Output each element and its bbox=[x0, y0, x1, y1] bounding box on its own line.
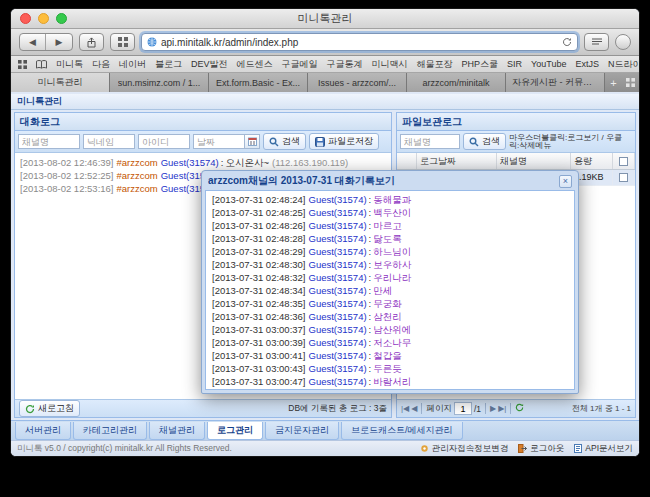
date-search-input[interactable] bbox=[193, 134, 245, 149]
footer-links: 관리자접속정보변경 로그아웃 API문서보기 bbox=[420, 443, 633, 455]
refresh-icon bbox=[515, 403, 524, 412]
admin-tab[interactable]: 브로드캐스트/메세지관리 bbox=[341, 422, 463, 440]
row-checkbox[interactable] bbox=[619, 173, 628, 182]
copyright-text: 미니톡 v5.0 / copyright(c) minitalk.kr All … bbox=[17, 443, 232, 455]
chat-history-line: [2013-07-31 02:48:29]Guest(31574):하느님이 bbox=[212, 245, 568, 258]
next-page-button[interactable]: ▶ bbox=[490, 404, 496, 413]
back-button[interactable]: ◀ bbox=[20, 34, 46, 50]
reader-button[interactable] bbox=[584, 33, 609, 51]
search-button[interactable]: 검색 bbox=[263, 133, 306, 150]
bookmark-item[interactable]: PHP스쿨 bbox=[462, 58, 499, 71]
chat-history-line: [2013-07-31 02:48:26]Guest(31574):마르고 bbox=[212, 219, 568, 232]
row-number-column-header[interactable] bbox=[397, 153, 417, 169]
magnifier-icon bbox=[269, 137, 279, 147]
admin-tab[interactable]: 금지문자관리 bbox=[265, 422, 339, 440]
log-total-text: DB에 기록된 총 로그 : 3줄 bbox=[288, 403, 387, 415]
chat-log-search-toolbar: 검색 파일로저장 bbox=[15, 131, 391, 153]
bookmark-item[interactable]: 구글메일 bbox=[282, 58, 318, 71]
bookmark-item[interactable]: 미니톡 bbox=[56, 58, 83, 71]
file-channel-search-input[interactable] bbox=[400, 134, 460, 149]
bookmarks-grid-icon[interactable] bbox=[18, 60, 27, 69]
bookmark-item[interactable]: ExtJS bbox=[575, 59, 599, 69]
calendar-icon bbox=[248, 137, 257, 146]
bookmark-item[interactable]: SIR bbox=[507, 59, 522, 69]
chat-history-line: [2013-07-31 02:48:25]Guest(31574):백두산이 bbox=[212, 206, 568, 219]
channel-search-input[interactable] bbox=[18, 134, 80, 149]
page-number-input[interactable] bbox=[454, 402, 472, 415]
chat-history-line: [2013-07-31 03:00:43]Guest(31574):두른듯 bbox=[212, 362, 568, 375]
nav-button-group: ◀ ▶ bbox=[19, 33, 73, 51]
new-tab-button[interactable]: + bbox=[605, 73, 622, 92]
select-all-checkbox[interactable] bbox=[619, 157, 628, 166]
bookmark-item[interactable]: 네이버 bbox=[119, 58, 146, 71]
refresh-button[interactable]: 새로고침 bbox=[19, 400, 80, 417]
browser-tab[interactable]: sun.msimz.com / 1... bbox=[110, 73, 209, 92]
save-to-file-button[interactable]: 파일로저장 bbox=[309, 133, 379, 150]
bookmark-item[interactable]: YouTube bbox=[531, 59, 566, 69]
paging-toolbar: |◀ ◀ 페이지 /1 ▶ ▶| 전체 1개 중 1 - 1 bbox=[397, 399, 635, 417]
chat-history-line: [2013-07-31 03:00:47]Guest(31574):바람서리 bbox=[212, 375, 568, 388]
chat-history-line: [2013-07-31 03:00:41]Guest(31574):철갑을 bbox=[212, 349, 568, 362]
bookmark-item[interactable]: 구글통계 bbox=[327, 58, 363, 71]
file-log-panel-title: 파일보관로그 bbox=[397, 113, 635, 131]
admin-tab[interactable]: 서버관리 bbox=[15, 422, 71, 440]
admin-tab[interactable]: 채널관리 bbox=[149, 422, 205, 440]
reload-icon[interactable] bbox=[562, 37, 572, 47]
api-docs-link[interactable]: API문서보기 bbox=[574, 443, 633, 455]
chat-history-line: [2013-07-31 02:48:32]Guest(31574):우리나라 bbox=[212, 271, 568, 284]
modal-close-button[interactable]: × bbox=[559, 175, 572, 188]
file-log-grid-header: 로그날짜 채널명 용량 bbox=[397, 153, 635, 170]
main-area: 대화로그 검색 bbox=[14, 112, 636, 418]
last-page-button[interactable]: ▶| bbox=[498, 404, 506, 413]
calendar-trigger-button[interactable] bbox=[245, 134, 260, 149]
id-search-input[interactable] bbox=[138, 134, 190, 149]
address-bar[interactable]: api.minitalk.kr/admin/index.php bbox=[141, 33, 578, 51]
site-favicon-icon bbox=[147, 37, 157, 47]
bookmark-item[interactable]: 해물포장 bbox=[417, 58, 453, 71]
forward-button[interactable]: ▶ bbox=[46, 34, 72, 50]
chat-log-panel-title: 대화로그 bbox=[15, 113, 391, 131]
modal-header[interactable]: arzzcom채널의 2013-07-31 대화기록보기 × bbox=[205, 172, 575, 190]
chat-history-line: [2013-07-31 03:00:39]Guest(31574):저소나무 bbox=[212, 336, 568, 349]
browser-toolbar: ◀ ▶ api.minitalk.kr/admin/index.php bbox=[11, 29, 639, 56]
size-column-header[interactable]: 용량 bbox=[571, 153, 613, 169]
bookmark-item[interactable]: 블로그 bbox=[155, 58, 182, 71]
admin-tab[interactable]: 카테고리관리 bbox=[73, 422, 147, 440]
chat-history-line: [2013-07-31 02:48:30]Guest(31574):보우하사 bbox=[212, 258, 568, 271]
downloads-button[interactable] bbox=[615, 34, 631, 50]
browser-tab[interactable]: Ext.form.Basic - Ex... bbox=[209, 73, 308, 92]
tab-overview-button[interactable] bbox=[622, 73, 639, 92]
modal-title: arzzcom채널의 2013-07-31 대화기록보기 bbox=[208, 174, 559, 188]
paging-refresh-button[interactable] bbox=[515, 403, 524, 414]
admin-bottom-tab-bar: 서버관리 카테고리관리 채널관리 로그관리 금지문자관리 브로드캐스트/메세지관… bbox=[11, 420, 639, 440]
window-titlebar[interactable]: 미니톡관리 bbox=[11, 9, 639, 29]
prev-page-button[interactable]: ◀ bbox=[411, 404, 417, 413]
file-search-button[interactable]: 검색 bbox=[463, 133, 506, 150]
checkbox-column-header[interactable] bbox=[613, 153, 635, 169]
chat-history-line: [2013-07-31 03:00:37]Guest(31574):남산위에 bbox=[212, 323, 568, 336]
url-text: api.minitalk.kr/admin/index.php bbox=[161, 37, 558, 48]
browser-tab[interactable]: 자유게시판 - 커뮤니... bbox=[506, 73, 605, 92]
log-date-column-header[interactable]: 로그날짜 bbox=[417, 153, 497, 169]
bookmark-item[interactable]: DEV발전 bbox=[191, 58, 228, 71]
share-button[interactable] bbox=[79, 33, 104, 51]
browser-tab[interactable]: arzzcom/minitalk bbox=[407, 73, 506, 92]
reading-list-book-icon[interactable] bbox=[36, 60, 47, 69]
channel-column-header[interactable]: 채널명 bbox=[497, 153, 571, 169]
first-page-button[interactable]: |◀ bbox=[401, 404, 409, 413]
chat-history-line: [2013-07-31 02:48:35]Guest(31574):무궁화 bbox=[212, 297, 568, 310]
bookmark-item[interactable]: N드라이브 bbox=[608, 58, 639, 71]
nickname-search-input[interactable] bbox=[83, 134, 135, 149]
share-icon bbox=[86, 37, 97, 48]
logout-link[interactable]: 로그아웃 bbox=[518, 443, 564, 455]
bookmark-item[interactable]: 에드센스 bbox=[237, 58, 273, 71]
browser-tab[interactable]: 미니톡관리 bbox=[11, 73, 110, 92]
admin-footer: 미니톡 v5.0 / copyright(c) minitalk.kr All … bbox=[11, 440, 639, 456]
bookmark-item[interactable]: 미니맥시 bbox=[372, 58, 408, 71]
admin-tab[interactable]: 로그관리 bbox=[207, 422, 263, 440]
top-sites-button[interactable] bbox=[110, 33, 135, 51]
page-total-label: /1 bbox=[474, 404, 481, 414]
admin-info-change-link[interactable]: 관리자접속정보변경 bbox=[420, 443, 509, 455]
bookmark-item[interactable]: 다음 bbox=[92, 58, 110, 71]
browser-tab[interactable]: Issues - arzzcom/... bbox=[308, 73, 407, 92]
